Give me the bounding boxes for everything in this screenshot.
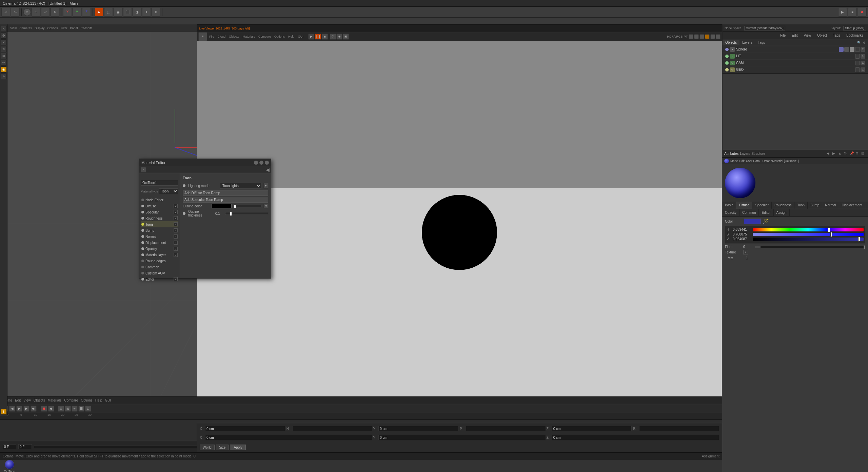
tab-bump[interactable]: Bump — [808, 202, 822, 209]
mat-userdata-label[interactable]: User Data — [746, 159, 760, 163]
tl-play2[interactable]: ▶ — [16, 406, 22, 412]
viewport-render-btn[interactable]: ⬛ — [123, 8, 132, 17]
mat-item[interactable]: OctToon — [3, 460, 16, 472]
oct-file[interactable]: File — [208, 35, 216, 38]
tl-help[interactable]: Help — [95, 398, 102, 402]
play-btn[interactable]: ▶ — [838, 8, 847, 17]
s-thumb[interactable] — [830, 232, 832, 237]
header-tags[interactable]: Tags — [830, 33, 843, 38]
tab-assign[interactable]: Assign — [774, 209, 790, 216]
cam-vis[interactable] — [855, 61, 860, 65]
ch-check[interactable] — [174, 253, 178, 257]
z-size-input[interactable] — [552, 435, 719, 440]
ch-check[interactable] — [174, 210, 178, 214]
oct-gui[interactable]: GUI — [297, 35, 305, 38]
ch2[interactable] — [694, 34, 699, 39]
channel-bump[interactable]: Bump — [141, 227, 178, 233]
scale-tool[interactable]: ⤢ — [1, 39, 7, 45]
light-btn[interactable]: ✦ — [142, 8, 151, 17]
attributes-tab[interactable]: Attributes — [724, 152, 738, 156]
ipr-btn[interactable]: ◉ — [114, 8, 122, 17]
rotate-tool[interactable]: ↻ — [1, 46, 7, 52]
render-region-btn[interactable]: ⬚ — [104, 8, 113, 17]
channel-round-edges[interactable]: Round edges — [141, 258, 178, 264]
x-pos-input[interactable] — [205, 426, 285, 431]
oct-materials[interactable]: Materials — [241, 35, 257, 38]
channel-common[interactable]: Common — [141, 264, 178, 270]
lit-vis[interactable] — [855, 54, 860, 59]
world-btn[interactable]: World — [200, 445, 215, 450]
channel-node-editor[interactable]: Node Editor — [141, 197, 178, 203]
layers-tab[interactable]: Layers — [740, 152, 750, 156]
ch5[interactable] — [710, 34, 715, 39]
header-bookmarks[interactable]: Bookmarks — [844, 33, 866, 38]
oct-pause[interactable]: ❙❙ — [315, 34, 321, 40]
header-edit[interactable]: Edit — [789, 33, 800, 38]
mat-menu-btn[interactable]: ≡ — [141, 167, 146, 172]
ch-check[interactable] — [174, 228, 178, 232]
ch-check[interactable] — [174, 241, 178, 245]
y-axis-btn[interactable]: Y — [73, 8, 81, 17]
ch6[interactable] — [716, 34, 721, 39]
mat-editor-min-btn[interactable] — [254, 161, 258, 165]
ch-check[interactable] — [174, 247, 178, 251]
channel-opacity[interactable]: Opacity — [141, 246, 178, 252]
attr-fwd-btn[interactable]: ▶ — [832, 151, 837, 156]
redshift-label[interactable]: Redshift — [80, 26, 92, 30]
tl-objects[interactable]: Objects — [34, 398, 45, 402]
h-thumb[interactable] — [828, 227, 830, 232]
record-btn[interactable]: ⏺ — [858, 8, 867, 17]
float-bar[interactable] — [755, 246, 865, 248]
material-btn[interactable]: ◑ — [133, 8, 141, 17]
cameras-label[interactable]: Cameras — [19, 26, 32, 30]
object-lit[interactable]: L LIT 1 — [723, 53, 868, 60]
oct-play[interactable]: ▶ — [308, 34, 314, 40]
tl-edit[interactable]: Edit — [15, 398, 21, 402]
ch1[interactable] — [689, 34, 693, 39]
current-frame-input[interactable] — [18, 444, 32, 449]
v-thumb[interactable] — [858, 237, 860, 242]
mat-editor-titlebar[interactable]: Material Editor — [139, 159, 271, 166]
mat-editor-max-btn[interactable] — [259, 161, 263, 165]
node-space-value[interactable]: Current (Standard/Physical) — [744, 26, 785, 30]
attr-pin-btn[interactable]: 📌 — [850, 151, 854, 156]
z-axis-btn[interactable]: Z — [82, 8, 91, 17]
undo-btn[interactable]: ↩ — [1, 8, 10, 17]
channel-diffuse[interactable]: Diffuse — [141, 203, 178, 209]
object-cam[interactable]: C CAM 1 — [723, 60, 868, 66]
tab-specular[interactable]: Specular — [752, 202, 771, 209]
oct-cloud[interactable]: Cloud — [216, 35, 227, 38]
tab-toon[interactable]: Toon — [794, 202, 808, 209]
outline-color-more[interactable]: ⊞ — [263, 204, 268, 208]
channel-editor[interactable]: Editor — [141, 276, 178, 282]
oct-options[interactable]: Options — [273, 35, 286, 38]
tl-add[interactable]: ⊞ — [58, 406, 64, 412]
tab-diffuse[interactable]: Diffuse — [736, 202, 752, 209]
b-input[interactable] — [639, 426, 719, 431]
h-gradient-bar[interactable] — [753, 228, 864, 231]
octane-render-viewport[interactable] — [197, 41, 722, 409]
tab-roughness[interactable]: Roughness — [772, 202, 795, 209]
s-gradient-bar[interactable] — [753, 233, 864, 236]
tl-prev[interactable]: ◀ — [9, 406, 15, 412]
pointer-tool[interactable]: ↖ — [1, 26, 7, 32]
tl-curve[interactable]: ∿ — [72, 406, 78, 412]
object-tool[interactable]: ⊞ — [1, 53, 7, 59]
ch3[interactable] — [699, 34, 704, 39]
attr-up-btn[interactable]: ▲ — [838, 151, 843, 156]
tab-normal[interactable]: Normal — [822, 202, 839, 209]
render-btn[interactable]: ▶ — [95, 8, 103, 17]
y-size-input[interactable] — [378, 435, 546, 440]
tl-materials[interactable]: Materials — [48, 398, 62, 402]
attr-expand-btn[interactable]: ⊡ — [861, 151, 866, 156]
lm-select[interactable]: Toon lights All lights — [220, 183, 261, 189]
oct-compare[interactable]: Compare — [257, 35, 272, 38]
channel-toon[interactable]: Toon — [141, 221, 178, 227]
redo-btn[interactable]: ↪ — [11, 8, 20, 17]
tl-end[interactable]: ⏭ — [31, 406, 37, 412]
panel-label[interactable]: Panel — [70, 26, 78, 30]
filter-icon[interactable]: ⚙ — [862, 40, 867, 45]
tl-view[interactable]: View — [23, 398, 31, 402]
current-time-input[interactable] — [3, 444, 16, 449]
tl-rec[interactable]: ⏺ — [41, 406, 47, 412]
